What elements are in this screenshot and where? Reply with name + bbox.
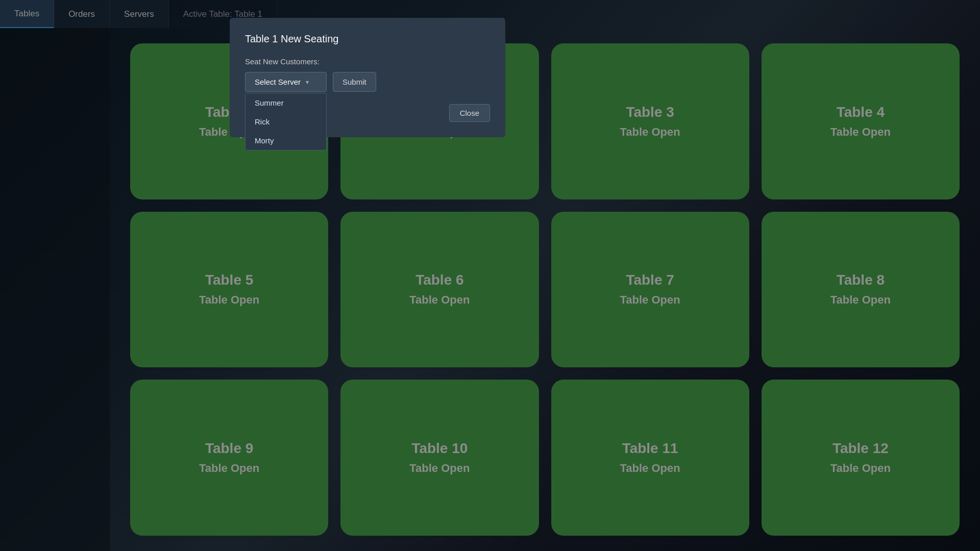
server-dropdown-menu: Summer Rick Morty — [245, 93, 327, 151]
close-button[interactable]: Close — [449, 104, 490, 122]
server-select-row: Select Server ▾ Summer Rick Morty Submit — [245, 72, 490, 92]
modal-title: Table 1 New Seating — [245, 33, 490, 45]
dropdown-label: Select Server — [255, 78, 301, 86]
dropdown-container: Select Server ▾ Summer Rick Morty — [245, 72, 327, 92]
dropdown-item-morty[interactable]: Morty — [246, 131, 326, 150]
dropdown-item-rick[interactable]: Rick — [246, 112, 326, 131]
submit-button[interactable]: Submit — [333, 72, 376, 92]
seat-label: Seat New Customers: — [245, 57, 490, 66]
seating-modal: Table 1 New Seating Seat New Customers: … — [230, 18, 505, 137]
dropdown-item-summer[interactable]: Summer — [246, 93, 326, 112]
chevron-down-icon: ▾ — [306, 79, 309, 86]
select-server-button[interactable]: Select Server ▾ — [245, 72, 327, 92]
